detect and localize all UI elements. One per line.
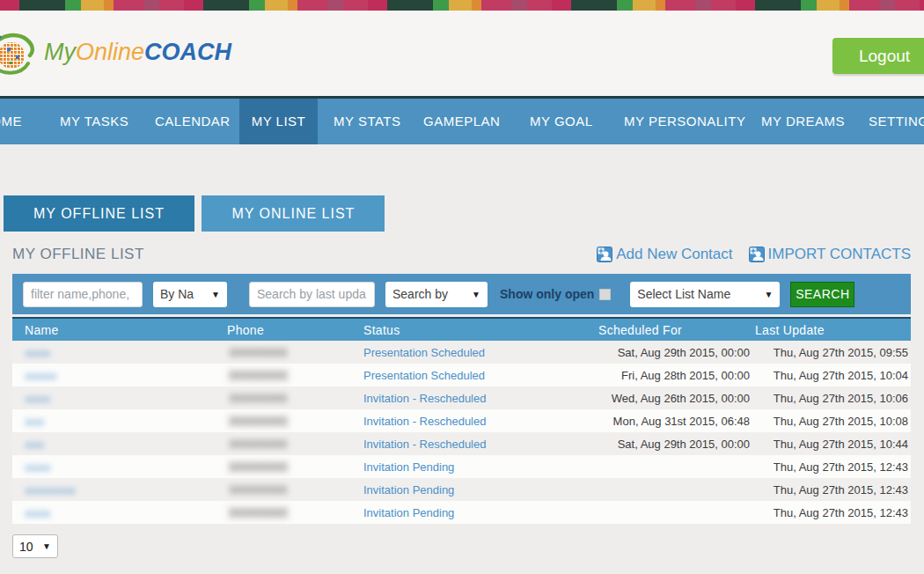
- nav-item-my-personality[interactable]: MY PERSONALITY: [624, 99, 745, 144]
- tab-my-online-list[interactable]: MY ONLINE LIST: [202, 195, 385, 232]
- scheduled-for-cell: Sat, Aug 29th 2015, 00:00: [597, 341, 753, 364]
- scheduled-for-cell: [597, 455, 753, 478]
- page-size-value: 10: [19, 540, 33, 554]
- table-row: aaaa 000000000 Invitation Pending Thu, A…: [12, 501, 911, 524]
- contact-name-redacted[interactable]: aaaa: [25, 460, 50, 474]
- scheduled-for-cell: [597, 501, 753, 524]
- last-update-cell: Thu, Aug 27th 2015, 10:08: [753, 409, 911, 432]
- import-contacts-icon: [749, 247, 765, 262]
- globe-logo-icon: [0, 26, 39, 77]
- last-update-cell: Thu, Aug 27th 2015, 10:06: [753, 386, 911, 409]
- contact-name-redacted[interactable]: aaaaa: [25, 369, 56, 382]
- contact-phone-redacted: 000000000: [227, 437, 290, 452]
- logo-coach: COACH: [144, 39, 231, 65]
- last-update-cell: Thu, Aug 27th 2015, 12:43: [753, 478, 911, 501]
- table-row: aaaa 000000000 Invitation Pending Thu, A…: [12, 455, 911, 478]
- table-row: aaaaaaaa 000000000 Invitation Pending Th…: [12, 478, 911, 501]
- show-only-open-checkbox[interactable]: [599, 289, 611, 300]
- chevron-down-icon: ▼: [42, 541, 51, 551]
- status-link[interactable]: Invitation Pending: [363, 506, 454, 519]
- scheduled-for-cell: [597, 478, 753, 501]
- status-link[interactable]: Presentation Scheduled: [363, 369, 485, 382]
- contact-name-redacted[interactable]: aaa: [25, 438, 44, 451]
- nav-item-my-dreams[interactable]: MY DREAMS: [761, 99, 845, 144]
- status-link[interactable]: Invitation Pending: [363, 460, 454, 474]
- contact-phone-redacted: 000000000: [227, 368, 290, 383]
- add-new-contact-link[interactable]: Add New Contact: [597, 246, 732, 263]
- nav-item-my-goal[interactable]: MY GOAL: [530, 99, 593, 144]
- table-row: aaa 000000000 Invitation - Rescheduled S…: [12, 432, 911, 455]
- logo-online: Online: [76, 39, 144, 65]
- search-last-update-input[interactable]: [249, 282, 375, 307]
- search-by-select-value: Search by: [392, 287, 448, 301]
- page-title: MY OFFLINE LIST: [12, 246, 144, 263]
- list-tabs: MY OFFLINE LIST MY ONLINE LIST: [4, 195, 912, 232]
- scheduled-for-cell: Mon, Aug 31st 2015, 06:48: [597, 409, 753, 432]
- contact-name-redacted[interactable]: aaaa: [25, 346, 50, 359]
- table-row: aaaa 000000000 Presentation Scheduled Sa…: [12, 341, 911, 364]
- contact-phone-redacted: 000000000: [227, 482, 290, 497]
- contact-actions: Add New Contact IMPORT CONTACTS: [597, 246, 911, 263]
- contact-name-redacted[interactable]: aaaaaaaa: [25, 483, 76, 497]
- contact-phone-redacted: 000000000: [227, 505, 290, 520]
- add-contact-icon: [597, 247, 612, 262]
- app-header: MyOnlineCOACH Logout: [0, 11, 924, 96]
- nav-item-home[interactable]: HOME: [0, 99, 22, 144]
- import-contacts-label: IMPORT CONTACTS: [768, 246, 911, 263]
- table-footer: 10 ▼: [12, 534, 912, 558]
- column-header-phone: Phone: [215, 318, 363, 341]
- nav-item-gameplan[interactable]: GAMEPLAN: [423, 99, 500, 144]
- contacts-table: Name Phone Status Scheduled For Last Upd…: [12, 317, 911, 524]
- show-only-open-label: Show only open: [500, 287, 594, 301]
- scheduled-for-cell: Sat, Aug 29th 2015, 00:00: [597, 432, 753, 455]
- list-name-select[interactable]: Select List Name ▼: [630, 282, 780, 307]
- table-row: aaa 000000000 Invitation - Rescheduled M…: [12, 409, 911, 432]
- status-link[interactable]: Presentation Scheduled: [363, 346, 485, 359]
- logo-my: My: [44, 39, 76, 65]
- status-link[interactable]: Invitation - Rescheduled: [363, 438, 486, 451]
- search-button[interactable]: SEARCH: [790, 282, 854, 307]
- search-by-select[interactable]: Search by ▼: [385, 282, 488, 307]
- contact-name-redacted[interactable]: aaaa: [25, 392, 50, 405]
- table-row: aaaaa 000000000 Presentation Scheduled F…: [12, 364, 911, 386]
- status-link[interactable]: Invitation - Rescheduled: [363, 415, 486, 428]
- column-header-last-update: Last Update: [753, 318, 911, 341]
- nav-item-settings[interactable]: SETTINGS: [869, 99, 924, 144]
- column-header-scheduled-for: Scheduled For: [597, 318, 753, 341]
- scheduled-for-cell: Wed, Aug 26th 2015, 00:00: [597, 386, 753, 409]
- logout-button[interactable]: Logout: [832, 38, 924, 74]
- status-link[interactable]: Invitation - Rescheduled: [363, 392, 486, 405]
- last-update-cell: Thu, Aug 27th 2015, 09:55: [753, 341, 911, 364]
- tab-my-offline-list[interactable]: MY OFFLINE LIST: [4, 195, 194, 232]
- chevron-down-icon: ▼: [764, 290, 773, 299]
- add-new-contact-label: Add New Contact: [616, 246, 732, 263]
- contact-phone-redacted: 000000000: [227, 345, 290, 360]
- nav-item-calendar[interactable]: CALENDAR: [155, 99, 231, 144]
- nav-item-my-stats[interactable]: MY STATS: [334, 99, 401, 144]
- last-update-cell: Thu, Aug 27th 2015, 10:44: [753, 432, 911, 455]
- by-name-select-value: By Na: [160, 287, 194, 301]
- top-color-stripe: [0, 0, 924, 11]
- contact-name-redacted[interactable]: aaa: [25, 415, 44, 428]
- main-nav: HOME MY TASKS CALENDAR MY LIST MY STATS …: [0, 96, 924, 144]
- column-header-name: Name: [12, 318, 215, 341]
- filter-bar: By Na ▼ Search by ▼ Show only open Selec…: [12, 274, 911, 314]
- nav-item-my-tasks[interactable]: MY TASKS: [60, 99, 128, 144]
- contact-phone-redacted: 000000000: [227, 391, 290, 406]
- table-header-row: Name Phone Status Scheduled For Last Upd…: [12, 318, 911, 341]
- nav-item-my-list[interactable]: MY LIST: [239, 99, 318, 144]
- scheduled-for-cell: Fri, Aug 28th 2015, 00:00: [597, 364, 753, 386]
- list-name-select-value: Select List Name: [637, 287, 730, 301]
- status-link[interactable]: Invitation Pending: [363, 483, 454, 497]
- column-header-status: Status: [363, 318, 597, 341]
- page-size-select[interactable]: 10 ▼: [12, 534, 58, 558]
- section-header-row: MY OFFLINE LIST Add New Contact: [12, 246, 911, 263]
- app-logo: MyOnlineCOACH: [0, 26, 231, 77]
- filter-name-phone-input[interactable]: [23, 282, 143, 307]
- last-update-cell: Thu, Aug 27th 2015, 12:43: [753, 501, 911, 524]
- table-row: aaaa 000000000 Invitation - Rescheduled …: [12, 386, 911, 409]
- contact-phone-redacted: 000000000: [227, 414, 290, 429]
- by-name-select[interactable]: By Na ▼: [153, 282, 227, 307]
- contact-name-redacted[interactable]: aaaa: [25, 506, 50, 519]
- import-contacts-link[interactable]: IMPORT CONTACTS: [749, 246, 911, 263]
